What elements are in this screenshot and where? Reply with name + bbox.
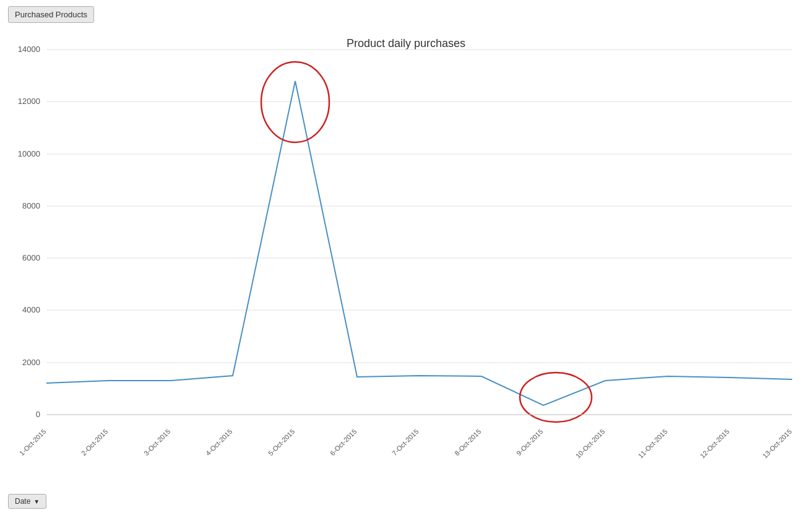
- y-label-6000: 6000: [22, 253, 40, 262]
- x-label-9: 10-Oct-2015: [574, 428, 607, 460]
- dropdown-arrow-icon: ▼: [33, 498, 40, 505]
- x-label-2: 3-Oct-2015: [142, 428, 171, 457]
- svg-rect-0: [46, 50, 792, 415]
- chart-line: [46, 81, 792, 405]
- x-label-1: 2-Oct-2015: [80, 428, 109, 457]
- y-label-12000: 12000: [18, 97, 40, 106]
- annotation-circle-peak: [261, 62, 329, 142]
- x-label-5: 6-Oct-2015: [329, 428, 358, 457]
- y-label-10000: 10000: [18, 149, 40, 158]
- y-label-8000: 8000: [22, 201, 40, 210]
- purchased-products-button[interactable]: Purchased Products: [8, 6, 94, 23]
- x-label-12: 13-Oct-2015: [761, 428, 793, 460]
- x-label-8: 9-Oct-2015: [515, 428, 544, 457]
- x-label-0: 1-Oct-2015: [18, 428, 47, 457]
- y-label-4000: 4000: [22, 305, 40, 314]
- date-button-label: Date: [15, 497, 30, 506]
- y-label-2000: 2000: [22, 358, 40, 367]
- date-dropdown-button[interactable]: Date ▼: [8, 494, 46, 509]
- x-label-4: 5-Oct-2015: [267, 428, 296, 457]
- x-label-10: 11-Oct-2015: [637, 428, 669, 460]
- y-label-14000: 14000: [18, 45, 40, 54]
- x-label-11: 12-Oct-2015: [699, 428, 731, 460]
- x-label-6: 7-Oct-2015: [391, 428, 420, 457]
- page-container: Purchased Products Product daily purchas…: [0, 0, 812, 518]
- x-label-3: 4-Oct-2015: [204, 428, 233, 457]
- bottom-controls: Date ▼: [8, 494, 46, 509]
- line-chart: 0 2000 4000 6000 8000 10000 12000 14000 …: [0, 31, 812, 495]
- y-label-0: 0: [36, 410, 40, 419]
- x-label-7: 8-Oct-2015: [453, 428, 482, 457]
